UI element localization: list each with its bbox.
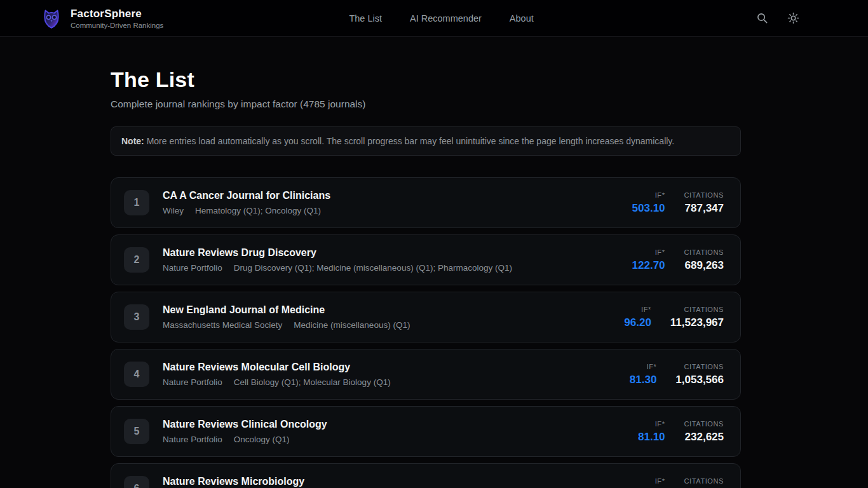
journal-stats: IF* 96.20 CITATIONS 11,523,967 [624, 306, 724, 329]
search-icon[interactable] [755, 11, 770, 25]
citations-stat: CITATIONS 684,170 [684, 477, 724, 488]
journal-info: New England Journal of Medicine Massachu… [163, 304, 614, 330]
citations-label: CITATIONS [675, 363, 724, 370]
main-nav: The List AI Recommender About [349, 0, 533, 37]
journal-title: Nature Reviews Drug Discovery [163, 247, 622, 259]
journal-meta: Wiley Hematology (Q1); Oncology (Q1) [163, 206, 622, 215]
impact-factor-label: IF* [632, 191, 665, 199]
journal-publisher: Nature Portfolio [163, 263, 222, 273]
impact-factor-label: IF* [638, 420, 665, 428]
rank-badge: 3 [124, 304, 149, 330]
citations-label: CITATIONS [684, 420, 724, 428]
citations-stat: CITATIONS 689,263 [684, 248, 724, 272]
journal-info: Nature Reviews Microbiology Nature Portf… [163, 476, 628, 488]
journal-publisher: Nature Portfolio [163, 435, 222, 444]
note-label: Note: [121, 136, 144, 146]
impact-factor-value: 81.10 [638, 431, 665, 444]
sun-icon[interactable] [786, 11, 801, 25]
journal-publisher: Nature Portfolio [163, 377, 222, 387]
journal-card[interactable]: 3 New England Journal of Medicine Massac… [111, 292, 741, 342]
impact-factor-value: 81.30 [630, 374, 657, 386]
citations-label: CITATIONS [670, 306, 724, 313]
journal-info: Nature Reviews Molecular Cell Biology Na… [163, 362, 620, 387]
citations-label: CITATIONS [684, 248, 724, 256]
impact-factor-stat: IF* 81.10 [638, 420, 665, 444]
journal-meta: Nature Portfolio Drug Discovery (Q1); Me… [163, 263, 622, 273]
citations-value: 1,053,566 [675, 374, 724, 386]
brand-tagline: Community-Driven Rankings [71, 22, 163, 29]
journal-meta: Nature Portfolio Cell Biology (Q1); Mole… [163, 377, 620, 387]
citations-stat: CITATIONS 1,053,566 [675, 363, 724, 386]
journal-card[interactable]: 1 CA A Cancer Journal for Clinicians Wil… [111, 177, 741, 228]
journal-info: Nature Reviews Drug Discovery Nature Por… [163, 247, 622, 273]
journal-categories: Medicine (miscellaneous) (Q1) [294, 320, 410, 330]
note-text: More entries load automatically as you s… [144, 136, 674, 146]
journal-stats: IF* 122.70 CITATIONS 689,263 [632, 248, 724, 272]
journal-info: Nature Reviews Clinical Oncology Nature … [163, 419, 628, 444]
nav-item-about[interactable]: About [510, 13, 534, 24]
journal-title: CA A Cancer Journal for Clinicians [163, 190, 622, 201]
citations-stat: CITATIONS 232,625 [684, 420, 724, 444]
citations-stat: CITATIONS 11,523,967 [670, 306, 724, 329]
rank-badge: 6 [124, 476, 149, 488]
journal-categories: Cell Biology (Q1); Molecular Biology (Q1… [234, 377, 391, 387]
journal-stats: IF* 81.30 CITATIONS 1,053,566 [630, 363, 724, 386]
journal-title: Nature Reviews Clinical Oncology [163, 419, 628, 430]
journal-list: 1 CA A Cancer Journal for Clinicians Wil… [111, 177, 741, 488]
citations-value: 11,523,967 [670, 316, 724, 329]
rank-badge: 2 [124, 247, 149, 273]
citations-stat: CITATIONS 787,347 [684, 191, 724, 215]
journal-stats: IF* 81.10 CITATIONS 232,625 [638, 420, 724, 444]
journal-card[interactable]: 2 Nature Reviews Drug Discovery Nature P… [111, 234, 741, 285]
main-content: The List Complete journal rankings by im… [111, 67, 741, 488]
nav-item-the-list[interactable]: The List [349, 13, 382, 24]
journal-publisher: Wiley [163, 206, 184, 215]
rank-badge: 1 [124, 190, 149, 215]
journal-categories: Drug Discovery (Q1); Medicine (miscellan… [234, 263, 512, 273]
page-subtitle: Complete journal rankings by impact fact… [111, 98, 741, 110]
page-title: The List [111, 67, 741, 92]
journal-categories: Hematology (Q1); Oncology (Q1) [195, 206, 321, 215]
impact-factor-label: IF* [630, 363, 657, 370]
citations-value: 232,625 [684, 431, 724, 444]
scroll-note: Note: More entries load automatically as… [111, 126, 741, 156]
journal-title: Nature Reviews Microbiology [163, 476, 628, 487]
journal-categories: Oncology (Q1) [234, 435, 290, 444]
impact-factor-stat: IF* 96.20 [624, 306, 651, 329]
impact-factor-value: 122.70 [632, 259, 665, 272]
rank-badge: 4 [124, 362, 149, 387]
journal-card[interactable]: 4 Nature Reviews Molecular Cell Biology … [111, 349, 741, 400]
journal-info: CA A Cancer Journal for Clinicians Wiley… [163, 190, 622, 215]
top-bar: FactorSphere Community-Driven Rankings T… [0, 0, 868, 37]
impact-factor-label: IF* [638, 477, 665, 485]
brand[interactable]: FactorSphere Community-Driven Rankings [39, 6, 163, 30]
impact-factor-stat: IF* 69.20 [638, 477, 665, 488]
journal-stats: IF* 69.20 CITATIONS 684,170 [638, 477, 724, 488]
rank-badge: 5 [124, 419, 149, 444]
impact-factor-label: IF* [624, 306, 651, 313]
journal-meta: Massachusetts Medical Society Medicine (… [163, 320, 614, 330]
impact-factor-stat: IF* 503.10 [632, 191, 665, 215]
citations-label: CITATIONS [684, 191, 724, 199]
citations-label: CITATIONS [684, 477, 724, 485]
journal-title: New England Journal of Medicine [163, 304, 614, 316]
journal-card[interactable]: 5 Nature Reviews Clinical Oncology Natur… [111, 406, 741, 457]
impact-factor-value: 503.10 [632, 202, 665, 215]
impact-factor-value: 96.20 [624, 316, 651, 329]
impact-factor-stat: IF* 122.70 [632, 248, 665, 272]
owl-logo-icon [39, 6, 64, 30]
journal-title: Nature Reviews Molecular Cell Biology [163, 362, 620, 373]
impact-factor-label: IF* [632, 248, 665, 256]
citations-value: 689,263 [684, 259, 724, 272]
brand-name: FactorSphere [71, 8, 163, 20]
topbar-actions [755, 11, 843, 25]
impact-factor-stat: IF* 81.30 [630, 363, 657, 386]
journal-publisher: Massachusetts Medical Society [163, 320, 282, 330]
journal-stats: IF* 503.10 CITATIONS 787,347 [632, 191, 724, 215]
journal-card[interactable]: 6 Nature Reviews Microbiology Nature Por… [111, 463, 741, 488]
nav-item-ai-recommender[interactable]: AI Recommender [410, 13, 482, 24]
citations-value: 787,347 [684, 202, 724, 215]
journal-meta: Nature Portfolio Oncology (Q1) [163, 435, 628, 444]
